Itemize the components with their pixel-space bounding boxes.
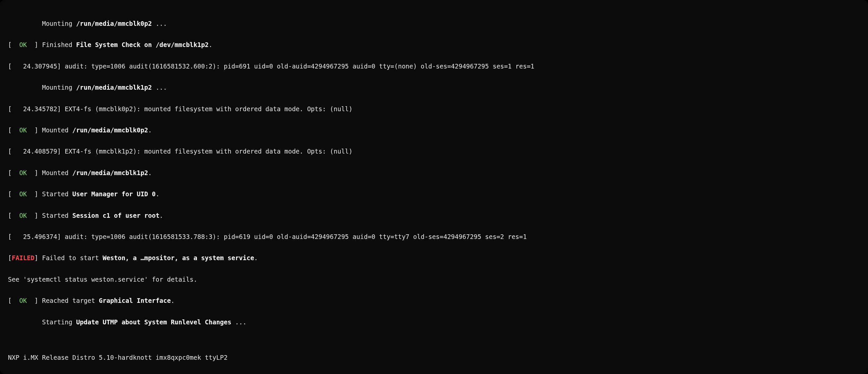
kernel-log-line: [ 24.408579] EXT4-fs (mmcblk1p2): mounte… (8, 148, 860, 155)
boot-line: [ OK ] Mounted /run/media/mmcblk0p2. (8, 127, 860, 134)
boot-line-failed: [FAILED] Failed to start Weston, a …mpos… (8, 254, 860, 261)
kernel-log-line: [ 25.496374] audit: type=1006 audit(1616… (8, 233, 860, 240)
status-ok: OK (11, 126, 34, 134)
status-ok: OK (11, 190, 34, 197)
boot-line: [ OK ] Reached target Graphical Interfac… (8, 297, 860, 304)
status-ok: OK (11, 212, 34, 219)
terminal-window[interactable]: Mounting /run/media/mmcblk0p2 ... [ OK ]… (0, 0, 868, 374)
kernel-log-line: [ 24.345782] EXT4-fs (mmcblk0p2): mounte… (8, 105, 860, 113)
boot-line: Mounting /run/media/mmcblk0p2 ... (8, 20, 860, 27)
boot-line: [ OK ] Started Session c1 of user root. (8, 212, 860, 219)
boot-line: See 'systemctl status weston.service' fo… (8, 276, 860, 283)
status-ok: OK (11, 297, 34, 304)
boot-line: [ OK ] Mounted /run/media/mmcblk1p2. (8, 169, 860, 177)
kernel-log-line: [ 24.307945] audit: type=1006 audit(1616… (8, 63, 860, 70)
status-ok: OK (11, 169, 34, 177)
boot-line: Mounting /run/media/mmcblk1p2 ... (8, 84, 860, 91)
status-failed: FAILED (11, 254, 34, 261)
boot-line: [ OK ] Started User Manager for UID 0. (8, 191, 860, 197)
boot-line: [ OK ] Finished File System Check on /de… (8, 41, 860, 48)
distro-banner: NXP i.MX Release Distro 5.10-hardknott i… (8, 354, 860, 361)
status-ok: OK (11, 41, 34, 48)
boot-line: Starting Update UTMP about System Runlev… (8, 319, 860, 326)
